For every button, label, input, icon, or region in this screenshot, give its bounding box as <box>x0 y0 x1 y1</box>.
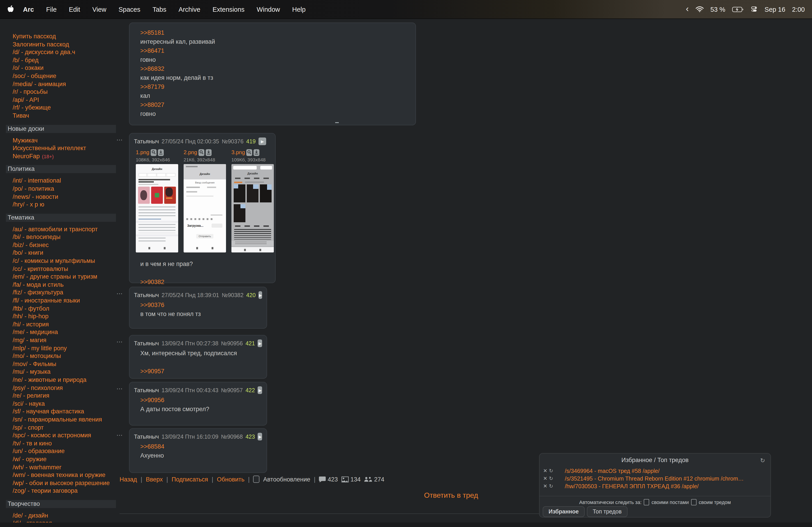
reply-link[interactable]: >>68584 <box>140 443 164 450</box>
close-icon[interactable]: ✕ <box>543 476 549 481</box>
board-link[interactable]: /fl/ - иностранные языки <box>0 297 123 304</box>
expand-post-button[interactable]: ▶ <box>258 433 262 440</box>
board-link[interactable]: /ne/ - животные и природа <box>0 376 123 384</box>
reply-link[interactable]: >>90382 <box>140 278 164 285</box>
board-link[interactable]: /ftb/ - футбол <box>0 304 123 312</box>
board-link[interactable]: /zog/ - теории заговора <box>0 487 123 495</box>
file-name-link[interactable]: 3.png <box>231 149 245 155</box>
board-link[interactable]: Купить пасскод <box>0 32 123 40</box>
file-thumbnail[interactable]: Дизайн Ввод сообщения Загрузка... Отправ… <box>184 164 226 253</box>
download-file-icon[interactable] <box>206 149 212 156</box>
board-link[interactable]: /mo/ - мотоциклы <box>0 352 123 360</box>
menu-item[interactable]: Arc <box>23 6 34 13</box>
nav-up-link[interactable]: Вверх <box>146 476 163 483</box>
tab-favorites[interactable]: Избранное <box>543 506 585 517</box>
board-link[interactable]: /b/ - бред <box>0 56 123 64</box>
menu-item[interactable]: Window <box>257 6 280 13</box>
reply-link[interactable]: >>90376 <box>140 302 164 308</box>
post-number[interactable]: №90382 <box>222 292 243 298</box>
file-name-link[interactable]: 2.png <box>184 149 197 155</box>
board-link[interactable]: /sf/ - научная фантастика <box>0 408 123 416</box>
board-link[interactable]: /sp/ - спорт <box>0 423 123 432</box>
board-link[interactable]: /w/ - оружие <box>0 455 123 463</box>
refresh-icon[interactable]: ↻ <box>549 476 555 481</box>
tab-top-threads[interactable]: Топ тредов <box>587 506 627 517</box>
board-link[interactable]: /media/ - анимация <box>0 80 123 88</box>
download-file-icon[interactable] <box>158 149 164 156</box>
board-link[interactable]: /me/ - медицина <box>0 328 123 336</box>
zoom-file-icon[interactable] <box>246 149 252 156</box>
board-link[interactable]: /psy/ - психология <box>0 384 123 392</box>
board-link[interactable]: /bi/ - велосипеды <box>0 233 123 241</box>
board-link[interactable]: /mlp/ - my little pony <box>0 344 123 352</box>
download-file-icon[interactable] <box>253 149 259 156</box>
board-link[interactable]: Залогинить пасскод <box>0 40 123 48</box>
expand-post-button[interactable]: ▶ <box>258 340 262 347</box>
menu-item[interactable]: Extensions <box>213 6 245 13</box>
post-number[interactable]: №90956 <box>221 340 243 346</box>
autoupdate-checkbox[interactable] <box>253 476 260 483</box>
refresh-icon[interactable]: ↻ <box>549 483 555 489</box>
menu-item[interactable]: Tabs <box>153 6 166 13</box>
board-link[interactable]: /api/ - API <box>0 96 123 104</box>
nav-back-link[interactable]: Назад <box>119 476 137 483</box>
board-link[interactable]: Мужикач <box>0 136 123 144</box>
board-link[interactable]: /d/ - дискуссии о два.ч <box>0 48 123 56</box>
reply-link[interactable]: >>90957 <box>140 368 164 375</box>
post-options-icon[interactable]: ⋯ <box>116 385 123 392</box>
chevron-left-icon[interactable]: ‹ <box>686 4 689 14</box>
follow-own-posts-checkbox[interactable] <box>644 499 649 506</box>
board-link[interactable]: /un/ - образование <box>0 448 123 455</box>
board-link[interactable]: /mu/ - музыка <box>0 368 123 376</box>
post-options-icon[interactable]: ⋯ <box>116 290 123 297</box>
board-link[interactable]: /soc/ - общение <box>0 72 123 80</box>
board-link[interactable]: /cc/ - криптовалюты <box>0 265 123 273</box>
board-link[interactable]: /mov/ - Фильмы <box>0 360 123 368</box>
board-link[interactable]: /bo/ - книги <box>0 249 123 257</box>
reply-link[interactable]: >>86471 <box>140 47 164 54</box>
menu-item[interactable]: Edit <box>69 6 80 13</box>
board-link[interactable]: /wh/ - warhammer <box>0 463 123 471</box>
board-link[interactable]: /spc/ - космос и астрономия <box>0 432 123 439</box>
board-link[interactable]: /em/ - другие страны и туризм <box>0 273 123 281</box>
board-link[interactable]: /sci/ - наука <box>0 400 123 408</box>
board-link[interactable]: /rf/ - убежище <box>0 104 123 112</box>
reply-to-thread-link[interactable]: Ответить в тред <box>424 492 478 499</box>
control-center-icon[interactable] <box>750 6 758 12</box>
board-link[interactable]: /o/ - оэкаки <box>0 64 123 72</box>
board-link[interactable]: /fa/ - мода и стиль <box>0 281 123 289</box>
close-icon[interactable]: ✕ <box>543 483 549 489</box>
board-link[interactable]: /c/ - комиксы и мультфильмы <box>0 257 123 265</box>
board-link[interactable]: /sn/ - паранормальные явления <box>0 416 123 423</box>
board-link[interactable]: /int/ - international <box>0 177 123 185</box>
menu-item[interactable]: Spaces <box>118 6 140 13</box>
follow-own-thread-checkbox[interactable] <box>691 499 697 506</box>
favorite-thread-link[interactable]: /s/3521495 - Chromium Thread Reborn Edit… <box>565 476 744 482</box>
post-number[interactable]: №90968 <box>221 434 243 440</box>
board-link[interactable]: /hh/ - hip-hop <box>0 312 123 320</box>
reply-link[interactable]: >>87179 <box>140 84 164 90</box>
menu-item[interactable]: View <box>92 6 106 13</box>
expand-post-button[interactable]: ▶ <box>258 291 262 299</box>
reply-link[interactable]: >>86832 <box>140 65 164 72</box>
post-options-icon[interactable]: ⋯ <box>116 136 123 144</box>
menu-item[interactable]: File <box>46 6 57 13</box>
refresh-icon[interactable]: ↻ <box>549 468 555 474</box>
board-link[interactable]: /hi/ - история <box>0 320 123 328</box>
expand-post-button[interactable]: ▶ <box>258 386 262 394</box>
reply-link[interactable]: >>90956 <box>140 397 164 404</box>
refresh-icon[interactable]: ↻ <box>760 457 765 464</box>
board-link[interactable]: /fiz/ - физкультура <box>0 289 123 297</box>
board-link[interactable]: Тивач <box>0 112 123 120</box>
menu-bar-time[interactable]: 2:00 <box>792 6 805 13</box>
zoom-file-icon[interactable] <box>199 149 204 156</box>
file-name-link[interactable]: 1.png <box>136 149 149 155</box>
board-link[interactable]: /biz/ - бизнес <box>0 241 123 249</box>
board-link[interactable]: /tv/ - тв и кино <box>0 439 123 447</box>
board-link[interactable]: /news/ - новости <box>0 193 123 201</box>
post-number[interactable]: №90376 <box>222 138 243 145</box>
reply-link[interactable]: >>88027 <box>140 102 164 108</box>
board-link[interactable]: /au/ - автомобили и транспорт <box>0 225 123 233</box>
menu-bar-date[interactable]: Sep 16 <box>765 6 785 13</box>
favorite-thread-link[interactable]: /hw/7030503 - ГЕНЕРАЛ ЭППЛ ТХРЕАД #36 /a… <box>565 483 699 490</box>
